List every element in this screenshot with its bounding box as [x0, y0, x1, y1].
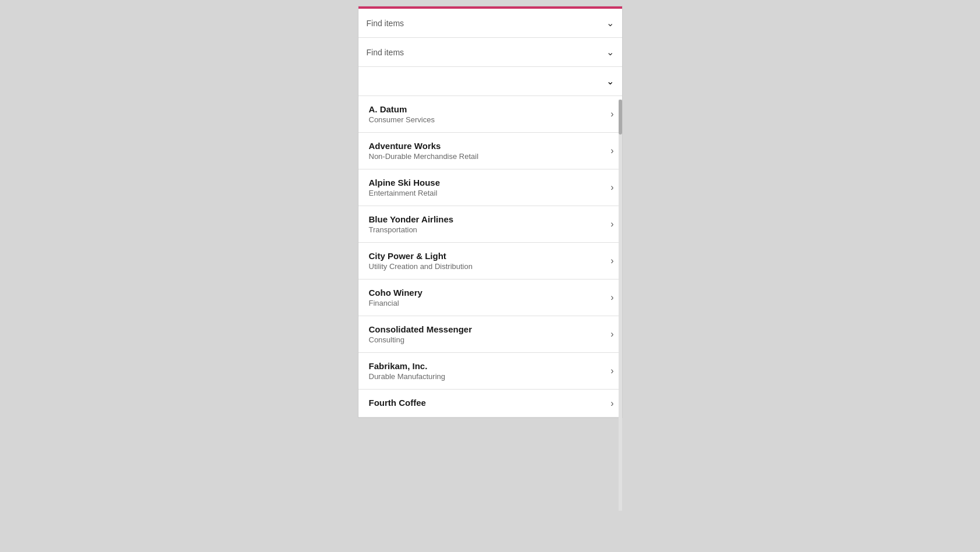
scrollbar-track[interactable]	[619, 100, 622, 511]
item-subtitle: Consumer Services	[369, 115, 605, 124]
item-name: Blue Yonder Airlines	[369, 214, 605, 224]
item-name: Fourth Coffee	[369, 398, 605, 408]
scrollbar-thumb[interactable]	[619, 100, 622, 135]
item-name: Coho Winery	[369, 288, 605, 298]
filter-row-1[interactable]: Find items ⌄	[358, 9, 622, 38]
item-name: Adventure Works	[369, 141, 605, 151]
item-name: Fabrikam, Inc.	[369, 361, 605, 371]
item-chevron-icon: ›	[610, 219, 613, 229]
list-item-content: Adventure Works Non-Durable Merchandise …	[369, 141, 605, 161]
list-item-city-power-light[interactable]: City Power & Light Utility Creation and …	[358, 243, 622, 279]
list-item-content: City Power & Light Utility Creation and …	[369, 251, 605, 271]
list-item-consolidated-messenger[interactable]: Consolidated Messenger Consulting ›	[358, 316, 622, 353]
chevron-down-icon-3: ⌄	[606, 76, 614, 87]
list-item-content: Fabrikam, Inc. Durable Manufacturing	[369, 361, 605, 381]
item-chevron-icon: ›	[610, 109, 613, 119]
item-subtitle: Financial	[369, 299, 605, 307]
list-item-fourth-coffee[interactable]: Fourth Coffee ›	[358, 390, 622, 417]
chevron-down-icon-2: ⌄	[606, 47, 614, 58]
list-item-content: Blue Yonder Airlines Transportation	[369, 214, 605, 234]
item-name: A. Datum	[369, 104, 605, 114]
item-chevron-icon: ›	[610, 146, 613, 156]
item-subtitle: Durable Manufacturing	[369, 372, 605, 381]
list-item-blue-yonder-airlines[interactable]: Blue Yonder Airlines Transportation ›	[358, 206, 622, 243]
item-chevron-icon: ›	[610, 398, 613, 409]
item-subtitle: Entertainment Retail	[369, 189, 605, 197]
item-name: Alpine Ski House	[369, 178, 605, 187]
list-item-content: Alpine Ski House Entertainment Retail	[369, 178, 605, 197]
item-name: City Power & Light	[369, 251, 605, 261]
list-item-adventure-works[interactable]: Adventure Works Non-Durable Merchandise …	[358, 133, 622, 169]
chevron-down-icon-1: ⌄	[606, 17, 614, 29]
item-chevron-icon: ›	[610, 182, 613, 193]
list-item-a-datum[interactable]: A. Datum Consumer Services ›	[358, 96, 622, 133]
list-item-content: Fourth Coffee	[369, 398, 605, 409]
list-item-content: A. Datum Consumer Services	[369, 104, 605, 124]
item-subtitle: Consulting	[369, 335, 605, 344]
filter-1-label: Find items	[367, 19, 404, 28]
item-chevron-icon: ›	[610, 292, 613, 303]
item-subtitle: Utility Creation and Distribution	[369, 262, 605, 271]
items-list: A. Datum Consumer Services › Adventure W…	[358, 96, 622, 417]
list-item-content: Coho Winery Financial	[369, 288, 605, 307]
list-item-content: Consolidated Messenger Consulting	[369, 324, 605, 344]
item-chevron-icon: ›	[610, 329, 613, 339]
list-item-alpine-ski-house[interactable]: Alpine Ski House Entertainment Retail ›	[358, 169, 622, 206]
item-chevron-icon: ›	[610, 256, 613, 266]
list-item-coho-winery[interactable]: Coho Winery Financial ›	[358, 279, 622, 316]
filter-row-3[interactable]: ⌄	[358, 67, 622, 96]
item-subtitle: Transportation	[369, 225, 605, 234]
main-panel: Find items ⌄ Find items ⌄ ⌄ A. Datum Con…	[358, 6, 623, 418]
item-subtitle: Non-Durable Merchandise Retail	[369, 152, 605, 161]
filter-2-label: Find items	[367, 48, 404, 57]
filter-row-2[interactable]: Find items ⌄	[358, 38, 622, 67]
item-name: Consolidated Messenger	[369, 324, 605, 334]
list-item-fabrikam-inc[interactable]: Fabrikam, Inc. Durable Manufacturing ›	[358, 353, 622, 390]
item-chevron-icon: ›	[610, 366, 613, 376]
